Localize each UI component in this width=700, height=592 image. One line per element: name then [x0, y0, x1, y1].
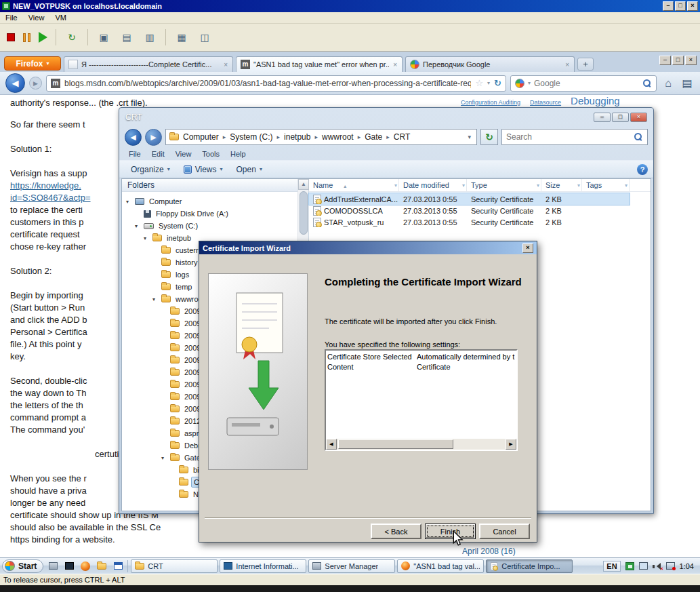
column-header-date-modified[interactable]: Date modified▾ — [399, 179, 467, 191]
explorer-search-box[interactable] — [501, 129, 648, 145]
reload-icon[interactable]: ↻ — [494, 78, 501, 88]
vm-menu-vm[interactable]: VM — [49, 13, 72, 22]
bookmark-star-icon[interactable]: ☆ — [475, 78, 483, 88]
file-row[interactable]: AddTrustExternalCA...27.03.2013 0:55Secu… — [309, 193, 630, 205]
search-icon[interactable] — [642, 79, 652, 88]
tab-close-icon[interactable]: × — [392, 61, 398, 68]
back-button[interactable]: < Back — [371, 524, 421, 539]
taskbar-button[interactable]: Internet Informati... — [220, 559, 306, 573]
page-header-link[interactable]: Datasource — [530, 99, 561, 106]
refresh-icon[interactable]: ↻ — [480, 129, 498, 145]
forward-button[interactable]: ▶ — [29, 77, 42, 90]
suspend-icon[interactable] — [23, 33, 30, 42]
breadcrumb[interactable]: Computer▸System (C:)▸inetpub▸wwwroot▸Gat… — [165, 129, 477, 145]
bookmarks-panel-icon[interactable]: ▤ — [680, 76, 695, 91]
column-header-size[interactable]: Size▾ — [541, 179, 582, 191]
tab-close-icon[interactable]: × — [564, 61, 570, 68]
column-dropdown-icon[interactable]: ▾ — [462, 182, 465, 189]
firefox-minimize-button[interactable]: – — [659, 56, 671, 65]
vm-maximize-button[interactable]: □ — [675, 1, 686, 11]
volume-muted-icon[interactable]: × — [653, 562, 661, 570]
firefox-app-button[interactable]: Firefox ▾ — [4, 56, 61, 71]
file-row[interactable]: COMODOSSLCA27.03.2013 0:55Security Certi… — [309, 205, 630, 216]
expanded-icon[interactable]: ▾ — [152, 296, 159, 302]
back-button[interactable]: ◀ — [5, 73, 25, 93]
tree-item-system-c-[interactable]: ▾System (C:) — [122, 220, 308, 232]
explorer-menu-tools[interactable]: Tools — [197, 149, 225, 159]
reset-icon[interactable]: ↻ — [64, 31, 79, 44]
column-header-name[interactable]: Name▴▾ — [309, 179, 399, 191]
new-tab-button[interactable]: + — [577, 58, 594, 71]
quick-launch-command-prompt[interactable] — [62, 559, 76, 573]
scroll-right-icon[interactable]: ▶ — [506, 439, 516, 450]
breadcrumb-history-icon[interactable]: ▾ — [466, 134, 473, 140]
quick-launch-ie[interactable] — [111, 559, 125, 573]
unity-icon[interactable]: ◫ — [197, 31, 212, 44]
horizontal-scrollbar[interactable]: ◀ ▶ — [326, 439, 516, 450]
explorer-menu-help[interactable]: Help — [225, 149, 251, 159]
command-open[interactable]: Open▾ — [230, 163, 268, 176]
vm-close-button[interactable]: × — [687, 1, 698, 11]
tree-item-computer[interactable]: ▾Computer — [122, 195, 308, 208]
scrollbar-thumb[interactable] — [338, 439, 453, 449]
explorer-search-input[interactable] — [506, 132, 631, 142]
explorer-minimize-button[interactable]: – — [594, 113, 611, 122]
breadcrumb-item[interactable]: wwwroot — [319, 132, 356, 142]
scrollbar-thumb[interactable] — [300, 191, 308, 235]
breadcrumb-item[interactable]: System (C:) — [227, 132, 275, 142]
vm-menu-file[interactable]: File — [0, 13, 23, 22]
firefox-close-button[interactable]: × — [685, 56, 697, 65]
quick-launch-explorer[interactable] — [95, 559, 108, 573]
search-engine-dropdown-icon[interactable]: ▾ — [528, 80, 531, 86]
explorer-restore-button[interactable]: □ — [612, 113, 629, 122]
page-header-link[interactable]: Configuration Auditing — [461, 99, 520, 106]
column-dropdown-icon[interactable]: ▾ — [537, 182, 539, 189]
explorer-menu-edit[interactable]: Edit — [146, 149, 170, 159]
vm-menu-view[interactable]: View — [23, 13, 50, 22]
scroll-left-icon[interactable]: ◀ — [326, 439, 337, 450]
expanded-icon[interactable]: ▾ — [135, 223, 141, 229]
breadcrumb-item[interactable]: Gate — [362, 132, 385, 142]
command-views[interactable]: Views▾ — [178, 163, 229, 176]
browser-tab[interactable]: m"ASN1 bad tag value met" error when pr.… — [236, 56, 403, 72]
url-bar[interactable]: m ☆ ▾ ↻ — [46, 75, 506, 92]
taskbar-button[interactable]: CRT — [131, 559, 218, 573]
explorer-forward-button[interactable]: ▶ — [145, 129, 162, 146]
url-dropdown-icon[interactable]: ▾ — [487, 80, 490, 86]
browser-tab[interactable]: Переводчик Google× — [405, 56, 575, 72]
explorer-menu-file[interactable]: File — [123, 149, 146, 159]
quick-launch-server-manager[interactable] — [46, 559, 60, 573]
vmware-tools-icon[interactable] — [625, 562, 634, 570]
command-organize[interactable]: Organize▾ — [125, 163, 176, 176]
expanded-icon[interactable]: ▾ — [161, 455, 167, 461]
help-icon[interactable]: ? — [637, 164, 648, 175]
network-disconnected-icon[interactable] — [666, 562, 675, 570]
power-on-icon[interactable] — [39, 32, 47, 43]
taskbar-button[interactable]: Server Manager — [308, 559, 395, 573]
language-indicator[interactable]: EN — [603, 561, 620, 572]
column-dropdown-icon[interactable]: ▾ — [625, 182, 627, 189]
tab-close-icon[interactable]: × — [223, 61, 228, 68]
power-off-icon[interactable] — [7, 33, 15, 41]
home-icon[interactable]: ⌂ — [661, 76, 676, 91]
scroll-up-icon[interactable]: ▲ — [298, 179, 309, 190]
page-header-link[interactable]: Debugging — [571, 95, 620, 106]
firefox-restore-button[interactable]: □ — [672, 56, 684, 65]
archive-link[interactable]: April 2008 (16) — [462, 547, 516, 556]
wizard-titlebar[interactable]: Certificate Import Wizard × — [199, 241, 537, 254]
explorer-close-button[interactable]: × — [630, 113, 647, 122]
search-input[interactable] — [534, 79, 639, 88]
column-header-type[interactable]: Type▾ — [467, 179, 541, 191]
wizard-close-button[interactable]: × — [522, 243, 533, 253]
url-input[interactable] — [64, 79, 471, 88]
file-row[interactable]: STAR_votpusk_ru27.03.2013 0:55Security C… — [309, 216, 630, 228]
fullscreen-icon[interactable]: ▦ — [174, 31, 189, 44]
taskbar-button[interactable]: "ASN1 bad tag val... — [397, 559, 484, 573]
clock[interactable]: 1:04 — [680, 562, 694, 570]
column-dropdown-icon[interactable]: ▾ — [577, 182, 580, 189]
snapshot-icon[interactable]: ▣ — [96, 31, 111, 44]
vm-minimize-button[interactable]: – — [663, 1, 674, 11]
folders-header[interactable]: Folders ▾ — [122, 179, 308, 192]
finish-button[interactable]: Finish — [425, 524, 476, 539]
cancel-button[interactable]: Cancel — [479, 524, 530, 539]
